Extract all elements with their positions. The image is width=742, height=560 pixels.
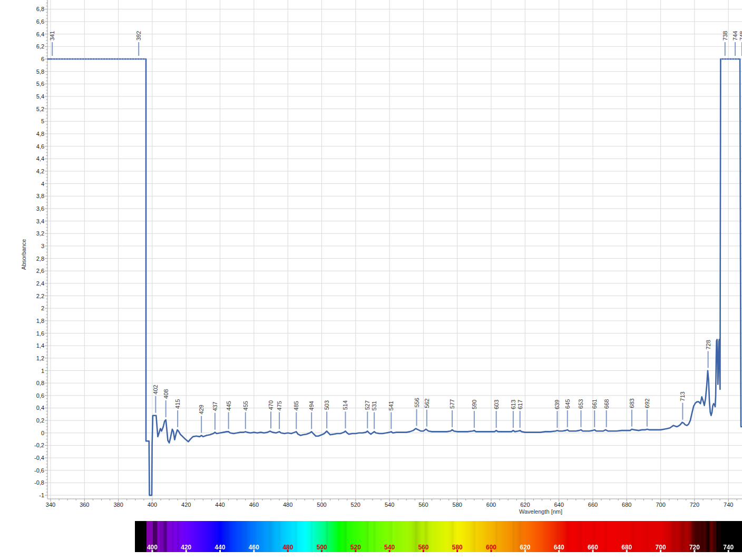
peak-wavelength-label: 429 <box>198 405 204 414</box>
x-tick-label: 380 <box>113 502 123 508</box>
peak-wavelength-label: 455 <box>242 401 249 410</box>
peak-wavelength-label: 527 <box>364 400 370 410</box>
y-tick-label: 1,2 <box>36 355 44 361</box>
y-tick-label: 2,2 <box>36 293 44 299</box>
y-tick-label: -0,6 <box>34 467 44 474</box>
y-tick-label: 3,2 <box>36 230 44 237</box>
x-tick-label: 700 <box>656 502 665 508</box>
y-tick-label: 3 <box>41 243 44 249</box>
y-tick-label: 0 <box>41 430 44 436</box>
y-tick-label: 4,8 <box>36 131 44 137</box>
x-tick-label: 660 <box>588 502 598 508</box>
peak-wavelength-label: 639 <box>554 400 560 409</box>
x-tick-label: 360 <box>80 502 89 508</box>
peak-wavelength-label: 748 <box>739 31 742 41</box>
y-tick-label: 2,8 <box>36 256 44 262</box>
peak-wavelength-label: 661 <box>591 399 598 409</box>
y-tick-label: -0,4 <box>34 455 44 461</box>
peak-labels: 3413924024084154294374454554704754854945… <box>49 31 742 433</box>
y-tick-label: 5,8 <box>36 68 44 75</box>
y-tick-label: 3,4 <box>36 218 44 224</box>
x-tick-label: 400 <box>148 502 157 508</box>
peak-wavelength-label: 613 <box>510 400 516 409</box>
peak-wavelength-label: 470 <box>268 400 274 410</box>
peak-wavelength-label: 556 <box>414 398 420 407</box>
peak-wavelength-label: 392 <box>135 31 142 41</box>
x-tick-label: 640 <box>554 502 563 508</box>
y-tick-label: 5,2 <box>36 106 44 112</box>
peak-wavelength-label: 577 <box>449 399 455 409</box>
x-tick-label: 560 <box>418 502 428 508</box>
peak-wavelength-label: 668 <box>603 399 610 409</box>
x-tick-label: 680 <box>622 502 631 508</box>
x-tick-label: 420 <box>181 502 191 508</box>
peak-wavelength-label: 590 <box>471 400 477 409</box>
peak-wavelength-label: 445 <box>226 401 232 410</box>
y-tick-label: 3,8 <box>36 193 44 199</box>
y-tick-label: 0,4 <box>36 405 44 411</box>
y-tick-label: -0,8 <box>34 479 44 486</box>
peak-wavelength-label: 617 <box>517 400 523 409</box>
peak-wavelength-label: 738 <box>722 31 728 41</box>
y-tick-label: 3,6 <box>36 205 44 212</box>
peak-wavelength-label: 744 <box>732 31 738 41</box>
peak-wavelength-label: 713 <box>679 391 686 401</box>
x-tick-label: 500 <box>317 502 326 508</box>
y-tick-label: 6,4 <box>36 31 44 37</box>
x-tick-label: 520 <box>351 502 360 508</box>
x-axis-title: Wavelength [nm] <box>519 508 562 515</box>
y-tick-label: 2,6 <box>36 268 44 274</box>
y-tick-label: 4,6 <box>36 143 44 150</box>
peak-wavelength-label: 562 <box>424 398 430 408</box>
y-tick-label: 5,6 <box>36 81 44 87</box>
x-tick-labels: 3403603804004204404604805005205405605806… <box>46 502 734 508</box>
peak-wavelength-label: 645 <box>564 399 571 409</box>
peak-wavelength-label: 653 <box>578 399 584 409</box>
peak-wavelength-label: 541 <box>388 401 394 410</box>
y-tick-label: -0,2 <box>34 442 44 448</box>
y-tick-label: 6,8 <box>36 6 44 12</box>
peak-wavelength-label: 437 <box>212 401 218 411</box>
y-tick-label: 0,8 <box>36 380 44 386</box>
y-tick-label: 2 <box>41 305 44 311</box>
y-tick-label: 6,6 <box>36 18 44 25</box>
y-axis-title: Absorbance <box>21 239 27 270</box>
peak-wavelength-label: 415 <box>174 399 181 409</box>
y-tick-label: 0,2 <box>36 417 44 424</box>
x-tick-label: 600 <box>486 502 496 508</box>
y-tick-label: 2,4 <box>36 280 44 287</box>
peak-wavelength-label: 728 <box>705 340 711 349</box>
y-tick-label: 5 <box>41 118 44 124</box>
y-tick-labels: -1-0,8-0,6-0,4-0,200,20,40,60,811,21,41,… <box>34 6 44 498</box>
y-tick-label: 4 <box>41 181 44 187</box>
x-tick-label: 540 <box>385 502 394 508</box>
x-tick-label: 480 <box>283 502 292 508</box>
x-tick-label: 720 <box>690 502 699 508</box>
peak-wavelength-label: 475 <box>276 401 282 410</box>
peak-wavelength-label: 494 <box>308 401 315 410</box>
peak-wavelength-label: 514 <box>342 400 348 410</box>
absorbance-curve <box>47 59 742 495</box>
y-tick-label: 6 <box>41 56 44 62</box>
y-tick-label: 6,2 <box>36 43 44 50</box>
peak-wavelength-label: 402 <box>152 385 159 394</box>
peak-wavelength-label: 485 <box>293 401 299 410</box>
peak-wavelength-label: 531 <box>371 401 377 410</box>
peak-wavelength-label: 683 <box>629 398 635 408</box>
x-tick-label: 740 <box>724 502 733 508</box>
visible-spectrum-bar <box>135 521 742 552</box>
y-tick-label: 4,4 <box>36 155 44 162</box>
y-tick-label: 1 <box>41 368 44 374</box>
spectrometer-chart-window: -1-0,8-0,6-0,4-0,200,20,40,60,811,21,41,… <box>0 0 742 560</box>
axes <box>47 0 742 499</box>
peak-wavelength-label: 603 <box>493 400 500 409</box>
x-tick-label: 340 <box>46 502 55 508</box>
x-tick-label: 440 <box>215 502 224 508</box>
y-tick-label: 1,4 <box>36 342 44 349</box>
absorbance-plot-area[interactable]: -1-0,8-0,6-0,4-0,200,20,40,60,811,21,41,… <box>0 0 742 560</box>
y-tick-label: 1,8 <box>36 318 44 324</box>
y-tick-label: -1 <box>39 492 44 498</box>
x-tick-label: 460 <box>249 502 259 508</box>
y-tick-label: 0,6 <box>36 392 44 399</box>
gridlines <box>47 0 742 499</box>
